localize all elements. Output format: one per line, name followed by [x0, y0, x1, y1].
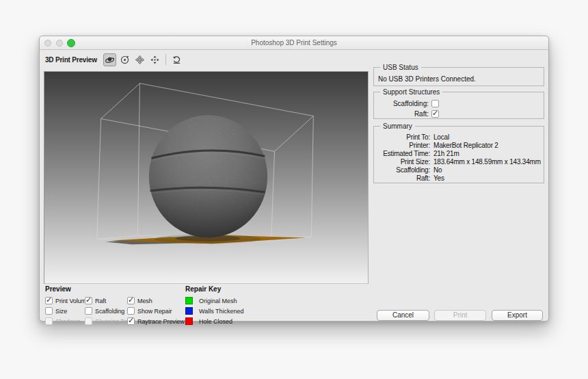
usb-status-legend: USB Status [380, 64, 421, 71]
summary-legend: Summary [380, 122, 415, 130]
checkbox-box [85, 307, 92, 315]
summary-row-print-to: Print To: Local [374, 133, 544, 142]
usb-status-group: USB Status No USB 3D Printers Connected. [373, 67, 544, 86]
3d-preview-viewport[interactable] [44, 71, 369, 284]
repair-key-hole-closed: Hole Closed [185, 316, 244, 326]
3d-scene [44, 72, 368, 283]
checkbox-box [127, 307, 135, 315]
sphere-model [149, 116, 267, 238]
summary-row-printer: Printer: MakerBot Replicator 2 [374, 142, 544, 150]
preview-options-column-1: Print Volume Size Shadows [45, 296, 90, 326]
reset-view-button[interactable] [170, 53, 183, 66]
raft-checkbox[interactable] [431, 110, 439, 118]
checkbox-print-volume[interactable]: Print Volume [45, 296, 90, 306]
checkbox-box [85, 317, 92, 325]
hole-closed-swatch [185, 317, 193, 325]
slide-3d-camera-icon [150, 55, 160, 65]
summary-row-estimated-time: Estimated Time: 21h 21m [374, 150, 544, 158]
window-title: Photoshop 3D Print Settings [40, 36, 548, 50]
reset-camera-icon [172, 55, 182, 65]
summary-row-print-size: Print Size: 183.64mm x 148.59mm x 143.34… [374, 158, 544, 166]
summary-group: Summary Print To: Local Printer: MakerBo… [373, 126, 544, 183]
checkbox-size[interactable]: Size [45, 306, 90, 316]
toolbar-label: 3D Print Preview [45, 56, 97, 64]
scaffolding-row: Scaffolding: [374, 99, 544, 107]
toolbar: 3D Print Preview [45, 52, 543, 67]
titlebar[interactable]: Photoshop 3D Print Settings [40, 36, 548, 50]
checkbox-shadows: Shadows [45, 316, 90, 326]
checkbox-box [45, 297, 53, 304]
pan-tool-button[interactable] [133, 53, 146, 66]
repair-key-original-mesh: Original Mesh [185, 296, 244, 306]
orbit-tool-button[interactable] [103, 53, 116, 66]
print-button[interactable]: Print [434, 310, 486, 321]
repair-key-list: Original Mesh Walls Thickened Hole Close… [185, 296, 244, 326]
checkbox-box [127, 297, 135, 304]
checkbox-box [45, 307, 53, 315]
summary-row-scaffolding: Scaffolding: No [374, 166, 544, 174]
roll-tool-button[interactable] [118, 53, 131, 66]
support-structures-legend: Support Structures [380, 88, 442, 96]
photoshop-3d-print-settings-window: Photoshop 3D Print Settings 3D Print Pre… [39, 36, 549, 322]
preview-options-column-3: Mesh Show Repair Raytrace Preview [127, 296, 185, 326]
raft-label: Raft: [374, 110, 429, 118]
usb-status-message: No USB 3D Printers Connected. [378, 75, 476, 83]
repair-key-walls-thickened: Walls Thickened [185, 306, 244, 316]
pan-3d-camera-icon [135, 55, 145, 65]
slide-tool-button[interactable] [148, 53, 161, 66]
export-button[interactable]: Export [492, 310, 543, 321]
checkbox-show-repair[interactable]: Show Repair [127, 306, 185, 316]
checkbox-raytrace-preview[interactable]: Raytrace Preview [127, 316, 185, 326]
walls-thickened-swatch [185, 307, 193, 315]
scaffolding-checkbox[interactable] [431, 100, 439, 107]
original-mesh-swatch [185, 297, 193, 304]
roll-3d-camera-icon [120, 55, 130, 65]
raft-row: Raft: [374, 109, 544, 118]
checkbox-mesh[interactable]: Mesh [127, 296, 185, 306]
checkbox-box [85, 297, 92, 304]
scaffolding-label: Scaffolding: [374, 100, 429, 107]
support-structures-group: Support Structures Scaffolding: Raft: [373, 92, 544, 119]
summary-row-raft: Raft: Yes [374, 174, 544, 183]
orbit-3d-camera-icon [105, 55, 115, 65]
checkbox-box [127, 317, 135, 325]
toolbar-divider [165, 54, 166, 65]
checkbox-box [45, 317, 53, 325]
preview-options-title: Preview [45, 285, 71, 293]
repair-key-title: Repair Key [185, 285, 221, 293]
cancel-button[interactable]: Cancel [377, 310, 429, 321]
